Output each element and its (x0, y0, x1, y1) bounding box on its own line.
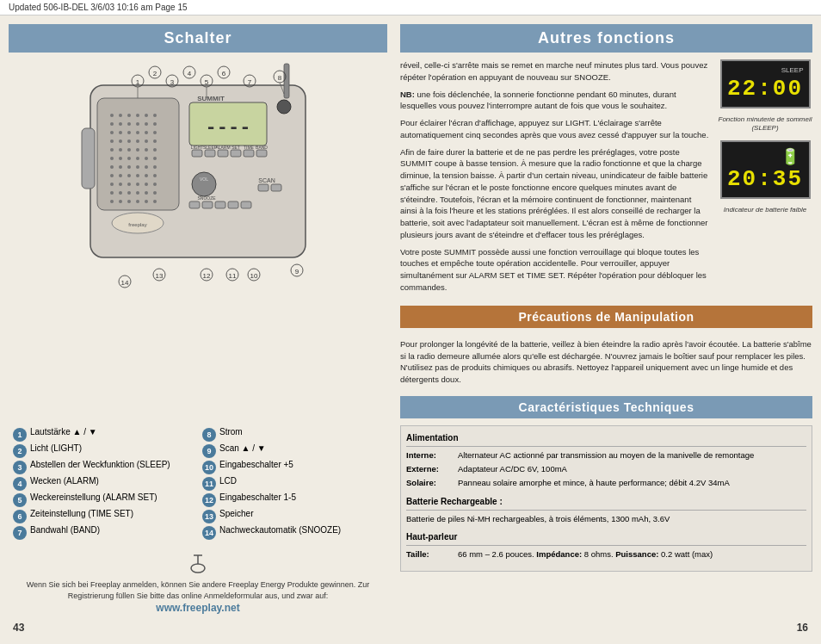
label-number: 3 (13, 461, 27, 474)
svg-point-49 (153, 174, 157, 177)
spec-row: Solaire:Panneau solaire amorphe et mince… (406, 477, 806, 489)
svg-point-24 (145, 139, 148, 143)
svg-point-23 (136, 139, 139, 143)
svg-rect-90 (215, 201, 225, 208)
label-number: 12 (202, 493, 216, 507)
label-number: 8 (202, 428, 216, 442)
svg-text:10: 10 (250, 272, 258, 280)
battery-caption: Indicateur de batterie faible (724, 206, 807, 214)
svg-text:SET: SET (231, 145, 240, 150)
autres-fonctions-header: Autres fonctions (400, 24, 812, 53)
bottom-left-text: Wenn Sie sich bei Freeplay anmelden, kön… (9, 544, 387, 620)
svg-point-22 (127, 139, 131, 143)
svg-point-47 (136, 174, 139, 177)
svg-point-36 (145, 157, 148, 160)
svg-point-130 (191, 564, 205, 573)
svg-text:6: 6 (222, 70, 226, 77)
main-text-paragraph: Votre poste SUMMIT possède aussi une fon… (400, 246, 709, 294)
sleep-caption: Fonction minuterie de sommeil (SLEEP) (718, 115, 812, 133)
label-text: Eingabeschalter +5 (219, 460, 293, 469)
label-number: 4 (13, 477, 27, 491)
svg-rect-92 (241, 201, 251, 208)
label-number: 7 (13, 526, 27, 540)
spec-row: Taille:66 mm – 2.6 pouces. Impédance: 8 … (406, 548, 806, 560)
svg-point-60 (145, 191, 148, 195)
svg-rect-98 (284, 64, 289, 98)
label-item: 8Strom (202, 427, 383, 442)
svg-point-9 (119, 122, 122, 126)
svg-point-57 (119, 191, 122, 195)
top-metadata-bar: Updated 506-IB-DEL 3/6/03 10:16 am Page … (0, 0, 821, 15)
svg-text:9: 9 (295, 268, 299, 276)
svg-point-65 (136, 200, 139, 203)
label-text: Wecken (ALARM) (30, 476, 99, 486)
svg-point-55 (153, 183, 157, 186)
svg-point-30 (145, 148, 148, 152)
svg-text:1: 1 (136, 78, 140, 86)
label-item: 7Bandwahl (BAND) (13, 525, 194, 540)
label-item: 4Wecken (ALARM) (13, 476, 194, 491)
spec-section: AlimentationInterne:Alternateur AC actio… (406, 431, 806, 490)
label-number: 9 (202, 444, 216, 458)
svg-text:ALARM: ALARM (215, 145, 230, 150)
svg-text:BAND: BAND (256, 145, 268, 150)
svg-point-17 (136, 131, 139, 134)
schalter-header: Schalter (9, 24, 387, 53)
svg-point-10 (127, 122, 131, 126)
website-url[interactable]: www.freeplay.net (13, 601, 383, 616)
svg-point-67 (153, 200, 157, 203)
svg-point-52 (127, 183, 131, 186)
svg-point-18 (145, 131, 148, 134)
svg-point-41 (136, 165, 139, 169)
svg-rect-76 (256, 150, 267, 157)
sleep-display-container: SLEEP 22:00 Fonction minuterie de sommei… (718, 59, 812, 299)
label-text: Bandwahl (BAND) (30, 525, 100, 535)
label-item: 14Nachweckautomatik (SNOOZE) (202, 525, 383, 540)
svg-point-38 (110, 165, 114, 169)
right-main-text: réveil, celle-ci s'arrête mais se remet … (400, 59, 709, 299)
svg-point-95 (277, 100, 291, 114)
label-text: Strom (219, 427, 243, 437)
svg-point-64 (127, 200, 131, 203)
svg-point-16 (127, 131, 131, 134)
svg-point-20 (110, 139, 114, 143)
spec-section-title: Haut-parleur (406, 530, 806, 546)
label-text: Licht (LIGHT) (30, 443, 82, 453)
svg-point-56 (110, 191, 114, 195)
spec-value: Batterie de piles Ni-MH rechargeables, à… (406, 513, 806, 525)
svg-point-61 (153, 191, 157, 195)
svg-point-46 (127, 174, 131, 177)
svg-rect-86 (258, 184, 269, 191)
precautions-header: Précautions de Manipulation (400, 306, 812, 328)
svg-point-40 (127, 165, 131, 169)
label-item: 9Scan ▲ / ▼ (202, 443, 383, 458)
svg-point-62 (110, 200, 114, 203)
svg-point-45 (119, 174, 122, 177)
svg-rect-91 (228, 201, 238, 208)
label-text: Nachweckautomatik (SNOOZE) (219, 525, 341, 535)
label-text: Speicher (219, 509, 253, 518)
page-number-left: 43 (9, 620, 387, 635)
svg-point-63 (119, 200, 122, 203)
svg-rect-88 (189, 201, 200, 208)
spec-label: Taille: (406, 548, 454, 560)
svg-text:freeplay: freeplay (128, 222, 146, 227)
svg-point-32 (110, 157, 114, 160)
label-item: 6Zeiteinstellung (TIME SET) (13, 509, 194, 523)
svg-text:14: 14 (121, 279, 129, 287)
label-item: 2Licht (LIGHT) (13, 443, 194, 458)
page-container: Schalter (0, 15, 821, 644)
freeplay-icon (13, 551, 383, 577)
svg-text:TIME: TIME (244, 145, 255, 150)
right-content-row: réveil, celle-ci s'arrête mais se remet … (400, 59, 812, 299)
svg-text:SUMMIT: SUMMIT (197, 95, 225, 102)
spec-value: Adaptateur AC/DC 6V, 100mA (458, 463, 806, 475)
label-number: 11 (202, 477, 216, 491)
svg-point-27 (119, 148, 122, 152)
svg-point-37 (153, 157, 157, 160)
svg-text:13: 13 (156, 272, 164, 280)
label-text: Eingabeschalter 1-5 (219, 492, 296, 502)
spec-section-title: Alimentation (406, 431, 806, 447)
radio-image-area: ---- SUMMIT LIGHT SLEEP ALARM SET TIME B… (9, 59, 387, 423)
labels-grid: 1Lautstärke ▲ / ▼8Strom2Licht (LIGHT)9Sc… (9, 423, 387, 544)
